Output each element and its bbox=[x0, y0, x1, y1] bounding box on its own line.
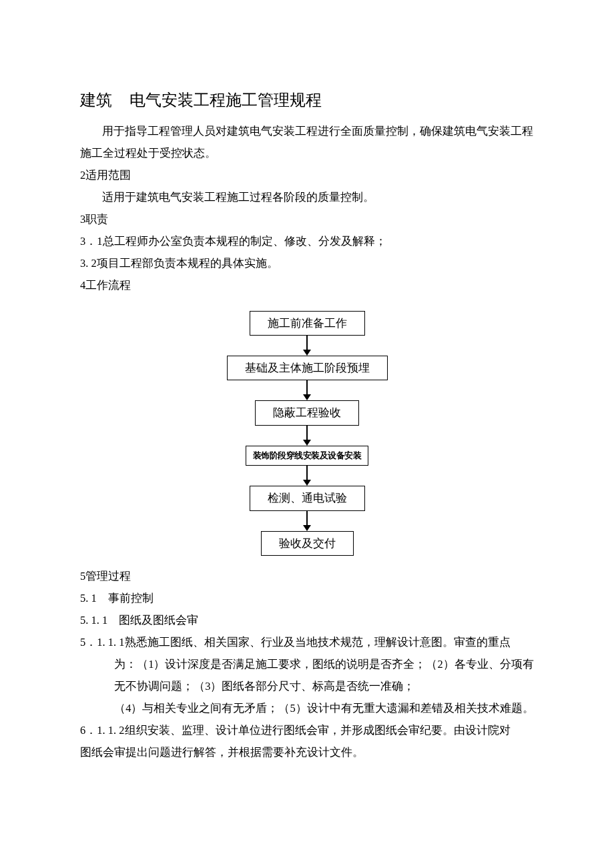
section-5-1-1-1-line3: （4）与相关专业之间有无矛盾；（5）设计中有无重大遗漏和差错及相关技术难题。 bbox=[80, 697, 534, 719]
section-3-item-2: 3. 2项目工程部负责本规程的具体实施。 bbox=[80, 252, 534, 274]
flow-node-1: 施工前准备工作 bbox=[250, 311, 365, 336]
section-4-heading: 4工作流程 bbox=[80, 274, 534, 296]
section-6-line2: 图纸会审提出问题进行解答，并根据需要补充设计文件。 bbox=[80, 741, 534, 763]
flow-arrow-icon bbox=[303, 426, 311, 446]
section-5-1: 5. 1 事前控制 bbox=[80, 587, 534, 609]
section-3-item-1: 3．1总工程师办公室负责本规程的制定、修改、分发及解释； bbox=[80, 230, 534, 252]
section-5-1-1-1-line1: 5．1. 1. 1熟悉施工图纸、相关国家、行业及当地技术规范，理解设计意图。审查… bbox=[80, 631, 534, 653]
section-2-body: 适用于建筑电气安装工程施工过程各阶段的质量控制。 bbox=[80, 186, 534, 208]
page-title: 建筑电气安装工程施工管理规程 bbox=[80, 84, 534, 116]
section-5-1-1-1-line2: 为：（1）设计深度是否满足施工要求，图纸的说明是否齐全；（2）各专业、分项有无不… bbox=[80, 653, 534, 697]
flow-arrow-icon bbox=[303, 336, 311, 356]
flow-node-3: 隐蔽工程验收 bbox=[255, 400, 359, 425]
flow-arrow-icon bbox=[303, 380, 311, 400]
workflow-flowchart: 施工前准备工作 基础及主体施工阶段预埋 隐蔽工程验收 装饰阶段穿线安装及设备安装… bbox=[80, 311, 534, 556]
flow-arrow-icon bbox=[303, 466, 311, 486]
title-part-1: 建筑 bbox=[80, 91, 112, 109]
title-part-2: 电气安装工程施工管理规程 bbox=[129, 91, 322, 109]
flow-node-6: 验收及交付 bbox=[261, 531, 354, 556]
flow-node-2: 基础及主体施工阶段预埋 bbox=[227, 356, 388, 380]
flow-node-4: 装饰阶段穿线安装及设备安装 bbox=[246, 446, 369, 466]
document-page: 建筑电气安装工程施工管理规程 用于指导工程管理人员对建筑电气安装工程进行全面质量… bbox=[0, 0, 614, 868]
section-3-heading: 3职责 bbox=[80, 208, 534, 230]
section-2-heading: 2适用范围 bbox=[80, 164, 534, 186]
flow-arrow-icon bbox=[303, 511, 311, 531]
section-5-1-1: 5. 1. 1 图纸及图纸会审 bbox=[80, 609, 534, 631]
section-6-line1: 6．1. 1. 2组织安装、监理、设计单位进行图纸会审，并形成图纸会审纪要。由设… bbox=[80, 719, 534, 741]
section-5-heading: 5管理过程 bbox=[80, 565, 534, 587]
flow-node-5: 检测、通电试验 bbox=[250, 486, 365, 510]
intro-paragraph: 用于指导工程管理人员对建筑电气安装工程进行全面质量控制，确保建筑电气安装工程施工… bbox=[80, 120, 534, 164]
